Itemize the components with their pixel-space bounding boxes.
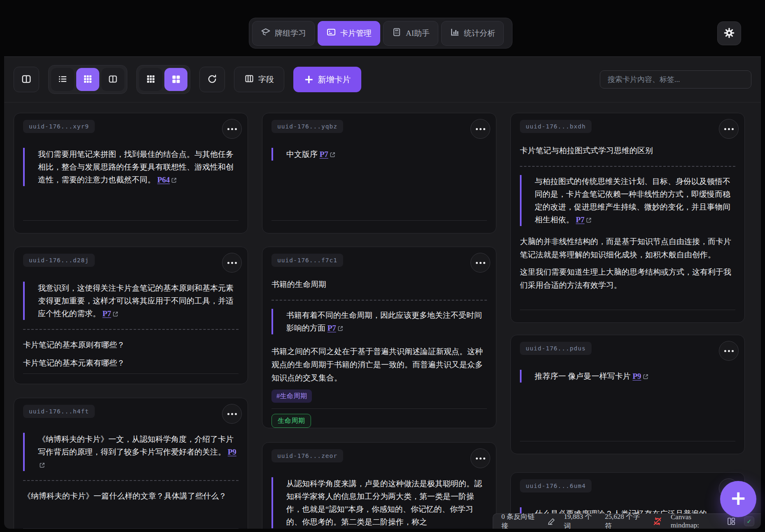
tab-card-management[interactable]: 卡片管理 [318, 21, 380, 46]
card-f7c1[interactable]: uuid-176...f7c1 书籍的生命周期 书籍有着不同的生命周期，因此应该… [262, 247, 496, 428]
sidebar-toggle-button[interactable] [14, 67, 39, 92]
card-bxdh[interactable]: uuid-176...bxdh 卡片笔记与柏拉图式式学习思维的区别 与柏拉图式的… [510, 113, 745, 323]
card-menu-button[interactable] [470, 253, 490, 273]
card-menu-button[interactable] [222, 119, 242, 139]
card-question: 卡片笔记的基本元素有哪些？ [23, 357, 239, 369]
card-paragraph: 大脑的并非线性结构的，而是基于知识节点自由连接，而卡片笔记法就是将理解的知识细化… [520, 235, 735, 261]
page-link[interactable]: P7 [576, 215, 585, 224]
card-quote: 从認知科学角度来講，卢曼的这种做法是极其聪明的。認知科学家将人的信息加工分为两大… [271, 477, 487, 528]
card-menu-button[interactable] [222, 253, 242, 273]
card-quote: 我们需要用笔记来拼图，找到最佳的结合点。与其他任务相比，整合与发展思路的任务更具… [23, 148, 239, 186]
page-link[interactable]: P7 [328, 324, 336, 332]
card-id-badge: uuid-176...zeor [271, 449, 343, 462]
page-link[interactable]: P7 [103, 309, 111, 318]
card-quote: 推荐序一 像卢曼一样写卡片 P9 [520, 370, 735, 383]
card-id-badge: uuid-176...h4ft [23, 405, 95, 418]
search-input[interactable] [600, 70, 751, 89]
green-tag[interactable]: 生命周期 [271, 414, 311, 428]
tab-ai-assistant[interactable]: AI助手 [383, 21, 438, 46]
kanban-layout-icon[interactable] [727, 517, 736, 526]
card-h4ft[interactable]: uuid-176...h4ft 《纳博科夫的卡片》一文，从認知科学角度，介绍了卡… [14, 398, 248, 529]
two-pane-icon [108, 74, 118, 85]
external-link-icon [171, 174, 177, 187]
large-grid-button[interactable] [164, 68, 187, 91]
hashtag-pill[interactable]: #生命周期 [271, 390, 312, 403]
card-footer-divider [520, 310, 735, 310]
char-count: 25,628 个字符 [605, 512, 644, 529]
split-pane-icon [21, 74, 32, 86]
card-question: 《纳博科夫的卡片》一篇什么样的文章？具体講了些什么？ [23, 490, 239, 502]
card-menu-button[interactable] [470, 448, 490, 468]
fab-add-button[interactable]: + [720, 481, 756, 517]
external-link-icon [112, 308, 119, 321]
grid-view-button[interactable] [76, 68, 99, 91]
tab-statistics[interactable]: 统计分析 [441, 21, 504, 46]
main-panel: 字段 + 新增卡片 uuid-176...xyr9 我们需要用笔记来拼图，找到最… [4, 56, 761, 529]
card-quote: 中文版序 P7 [271, 148, 487, 161]
card-id-badge: uuid-176...yqbz [271, 120, 343, 133]
word-count: 19,883 个词 [564, 512, 597, 529]
card-paragraph: 书籍之间的不同之处在于基于普遍共识阐述論証新观点。这种观点的生命周期于书籍的消亡… [271, 345, 487, 385]
card-menu-button[interactable] [470, 119, 490, 139]
card-menu-button[interactable] [222, 404, 242, 424]
solid-divider [271, 408, 487, 409]
page-link[interactable]: P7 [320, 150, 328, 159]
canvas-mindmap-label: Canvas mindmap: [671, 513, 718, 529]
external-link-icon [337, 322, 344, 335]
card-pdus[interactable]: uuid-176...pdus 推荐序一 像卢曼一样写卡片 P9 [510, 335, 745, 454]
grid-2x2-icon [171, 74, 181, 85]
sync-disabled-icon[interactable] [653, 516, 662, 526]
quote-text: 我们需要用笔记来拼图，找到最佳的结合点。与其他任务相比，整合与发展思路的任务更具… [38, 150, 234, 184]
grid-density-group [136, 65, 190, 94]
card-xyr9[interactable]: uuid-176...xyr9 我们需要用笔记来拼图，找到最佳的结合点。与其他任… [14, 113, 248, 233]
plus-icon: + [304, 74, 313, 85]
dense-grid-button[interactable] [139, 68, 162, 91]
dashed-divider [271, 300, 487, 301]
settings-button[interactable] [717, 21, 741, 45]
dashed-divider [23, 329, 239, 330]
card-quote: 与柏拉图式的传统思维关注计划、目标、身份以及顿悟不同的是，卡片盒笔记依赖一种非线… [520, 175, 735, 226]
pencil-icon[interactable] [547, 517, 556, 525]
card-zeor[interactable]: uuid-176...zeor 从認知科学角度来講，卢曼的这种做法是极其聪明的。… [262, 442, 496, 529]
card-footer-divider [271, 220, 487, 221]
add-card-label: 新增卡片 [318, 74, 351, 85]
card-quote: 书籍有着不同的生命周期，因此应该更多地关注不受时间影响的方面 P7 [271, 309, 487, 334]
card-column-2: uuid-176...yqbz 中文版序 P7 uuid-176...f7c1 … [262, 113, 496, 529]
card-footer-divider [23, 373, 239, 374]
fields-button[interactable]: 字段 [234, 67, 284, 92]
two-pane-view-button[interactable] [101, 68, 124, 91]
card-quote: 我意识到，这使得关注卡片盒笔记的基本原则和基本元素变得更加重要，这样才可以将其应… [23, 282, 239, 320]
card-menu-button[interactable] [719, 119, 739, 139]
fields-label: 字段 [258, 74, 274, 85]
external-link-icon [643, 371, 649, 383]
card-d28j[interactable]: uuid-176...d28j 我意识到，这使得关注卡片盒笔记的基本原则和基本元… [14, 247, 248, 384]
tab-label: 卡片管理 [340, 28, 372, 39]
card-menu-button[interactable] [719, 341, 739, 361]
quote-text: 我意识到，这使得关注卡片盒笔记的基本原则和基本元素变得更加重要，这样才可以将其应… [38, 284, 234, 318]
add-card-button[interactable]: + 新增卡片 [293, 67, 361, 92]
card-footer-divider [23, 528, 239, 529]
list-icon [58, 74, 68, 85]
page-link[interactable]: P64 [157, 175, 170, 184]
quote-text: 从認知科学角度来講，卢曼的这种做法是极其聪明的。認知科学家将人的信息加工分为两大… [286, 479, 482, 526]
dashed-divider [23, 480, 239, 481]
backlinks-count: 0 条反向链接 [501, 512, 539, 529]
status-bar: 0 条反向链接 19,883 个词 25,628 个字符 Canvas mind… [493, 513, 761, 529]
card-id-badge: uuid-176...pdus [520, 342, 592, 355]
card-column-3: uuid-176...bxdh 卡片笔记与柏拉图式式学习思维的区别 与柏拉图式的… [510, 113, 745, 529]
card-yqbz[interactable]: uuid-176...yqbz 中文版序 P7 [262, 113, 496, 233]
tab-deck-study[interactable]: 牌组学习 [252, 21, 315, 46]
check-toggle-icon[interactable]: ✓ [744, 516, 754, 526]
toolbar: 字段 + 新增卡片 [4, 57, 761, 103]
refresh-button[interactable] [199, 67, 225, 92]
card-title: 卡片笔记与柏拉图式式学习思维的区别 [520, 145, 735, 157]
quote-text: 与柏拉图式的传统思维关注计划、目标、身份以及顿悟不同的是，卡片盒笔记依赖一种非线… [535, 177, 730, 224]
card-column-1: uuid-176...xyr9 我们需要用笔记来拼图，找到最佳的结合点。与其他任… [14, 113, 248, 529]
page-link[interactable]: P9 [228, 448, 236, 456]
grid-dense-icon [146, 74, 156, 85]
quote-text: 推荐序一 像卢曼一样写卡片 [535, 372, 631, 380]
card-id-badge: uuid-176...xyr9 [23, 120, 95, 133]
page-link[interactable]: P9 [633, 372, 641, 380]
list-view-button[interactable] [51, 68, 74, 91]
quote-text: 《纳博科夫的卡片》一文，从認知科学角度，介绍了卡片写作背后的原理，得到了较多卡片… [38, 435, 234, 456]
